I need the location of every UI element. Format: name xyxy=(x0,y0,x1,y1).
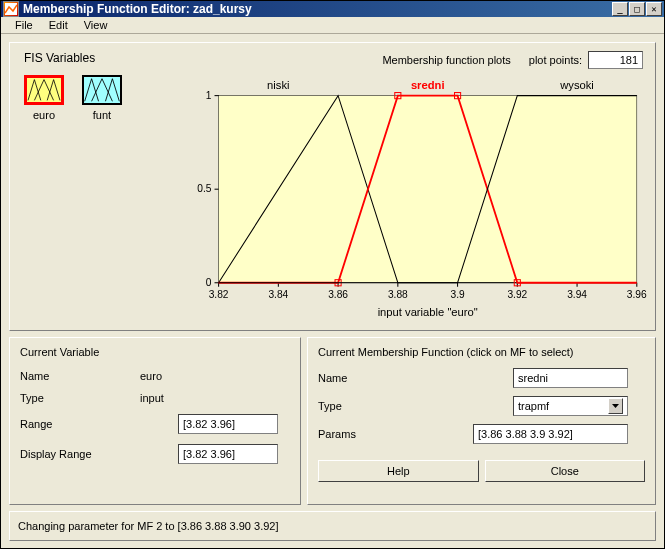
svg-text:3.94: 3.94 xyxy=(567,289,587,300)
fis-box-funt[interactable] xyxy=(82,75,122,105)
svg-text:3.82: 3.82 xyxy=(209,289,229,300)
current-variable-panel: Current Variable Name euro Type input Ra… xyxy=(9,337,301,505)
svg-text:niski: niski xyxy=(267,79,289,91)
fis-name-funt: funt xyxy=(93,109,111,121)
content: FIS Variables euro funt xyxy=(1,34,664,549)
bottom-row: Current Variable Name euro Type input Ra… xyxy=(9,337,656,505)
status-panel: Changing parameter for MF 2 to [3.86 3.8… xyxy=(9,511,656,541)
cv-range-input[interactable] xyxy=(178,414,278,434)
svg-text:wysoki: wysoki xyxy=(559,79,594,91)
cmf-params-input[interactable] xyxy=(473,424,628,444)
svg-text:0.5: 0.5 xyxy=(197,183,211,194)
cmf-params-label: Params xyxy=(318,428,473,440)
menu-view[interactable]: View xyxy=(76,17,116,33)
close-button[interactable]: ✕ xyxy=(646,2,662,16)
svg-text:3.92: 3.92 xyxy=(507,289,527,300)
dropdown-icon[interactable] xyxy=(608,398,623,414)
cmf-type-label: Type xyxy=(318,400,513,412)
cmf-title: Current Membership Function (click on MF… xyxy=(318,346,645,358)
status-text: Changing parameter for MF 2 to [3.86 3.8… xyxy=(18,520,279,532)
svg-text:1: 1 xyxy=(206,90,212,101)
current-var-title: Current Variable xyxy=(20,346,290,358)
svg-text:3.88: 3.88 xyxy=(388,289,408,300)
window-controls: _ □ ✕ xyxy=(612,2,662,16)
plot-points-label: plot points: xyxy=(529,54,582,66)
menubar: File Edit View xyxy=(1,17,664,34)
main-window: Membership Function Editor: zad_kursy _ … xyxy=(0,0,665,549)
cv-disp-range-label: Display Range xyxy=(20,448,178,460)
maximize-button[interactable]: □ xyxy=(629,2,645,16)
svg-text:3.84: 3.84 xyxy=(268,289,288,300)
plot-canvas[interactable]: 00.513.823.843.863.883.93.923.943.96inpu… xyxy=(188,73,647,322)
svg-text:3.86: 3.86 xyxy=(328,289,348,300)
mf-plots-label: Membership function plots xyxy=(382,54,510,66)
svg-text:3.9: 3.9 xyxy=(450,289,464,300)
plot-area: Membership function plots plot points: 0… xyxy=(188,51,647,322)
svg-text:sredni: sredni xyxy=(411,79,445,91)
menu-file[interactable]: File xyxy=(7,17,41,33)
chart-svg[interactable]: 00.513.823.843.863.883.93.923.943.96inpu… xyxy=(188,73,647,322)
cv-name-value: euro xyxy=(140,370,162,382)
app-icon xyxy=(3,1,19,17)
fis-variables-row: euro funt xyxy=(18,75,178,121)
cmf-type-select[interactable]: trapmf xyxy=(513,396,628,416)
cv-type-value: input xyxy=(140,392,164,404)
top-panel: FIS Variables euro funt xyxy=(9,42,656,331)
help-button[interactable]: Help xyxy=(318,460,479,482)
fis-variables-label: FIS Variables xyxy=(18,51,178,65)
cmf-name-input[interactable] xyxy=(513,368,628,388)
menu-edit[interactable]: Edit xyxy=(41,17,76,33)
current-mf-panel: Current Membership Function (click on MF… xyxy=(307,337,656,505)
cmf-name-label: Name xyxy=(318,372,513,384)
fis-var-euro[interactable]: euro xyxy=(24,75,64,121)
minimize-button[interactable]: _ xyxy=(612,2,628,16)
fis-box-euro[interactable] xyxy=(24,75,64,105)
cv-name-label: Name xyxy=(20,370,140,382)
fis-var-funt[interactable]: funt xyxy=(82,75,122,121)
cv-disp-range-input[interactable] xyxy=(178,444,278,464)
close-editor-button[interactable]: Close xyxy=(485,460,646,482)
svg-text:input variable "euro": input variable "euro" xyxy=(378,306,478,318)
cmf-type-value: trapmf xyxy=(518,400,549,412)
plot-header: Membership function plots plot points: xyxy=(188,51,647,73)
fis-variables-panel: FIS Variables euro funt xyxy=(18,51,178,322)
window-title: Membership Function Editor: zad_kursy xyxy=(23,2,612,16)
plot-points-input[interactable] xyxy=(588,51,643,69)
cv-range-label: Range xyxy=(20,418,178,430)
svg-text:0: 0 xyxy=(206,277,212,288)
fis-name-euro: euro xyxy=(33,109,55,121)
titlebar: Membership Function Editor: zad_kursy _ … xyxy=(1,1,664,17)
cv-type-label: Type xyxy=(20,392,140,404)
svg-rect-1 xyxy=(219,96,637,283)
svg-text:3.96: 3.96 xyxy=(627,289,647,300)
